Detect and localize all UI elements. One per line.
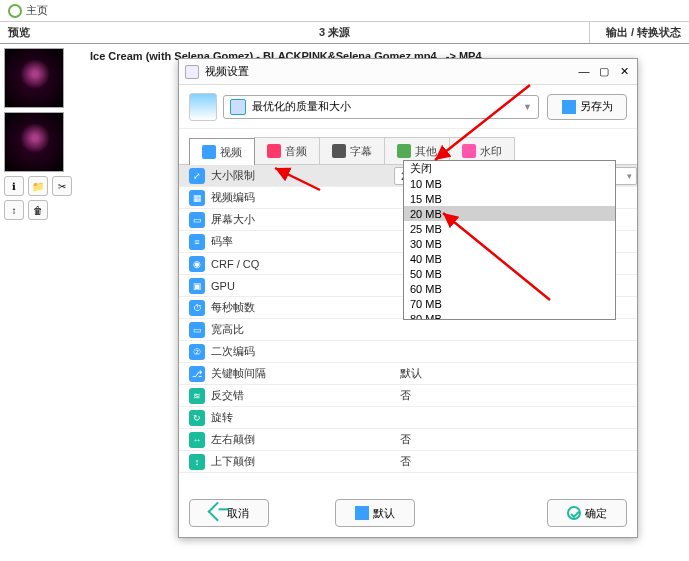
preset-label: 最优化的质量和大小	[252, 99, 351, 114]
device-icon[interactable]	[189, 93, 217, 121]
flip-h-label: 左右颠倒	[211, 432, 255, 447]
save-as-label: 另存为	[580, 99, 613, 114]
bitrate-label: 码率	[211, 234, 233, 249]
size-limit-dropdown[interactable]: 关闭10 MB15 MB20 MB25 MB30 MB40 MB50 MB60 …	[403, 160, 616, 320]
keyframe-icon: ⎇	[189, 366, 205, 382]
dialog-icon	[185, 65, 199, 79]
prop-filter[interactable]: ⛃过滤器关闭	[179, 473, 637, 475]
option-10-MB[interactable]: 10 MB	[404, 176, 615, 191]
thumb-action-0[interactable]: ℹ	[4, 176, 24, 196]
flip-h-value[interactable]: 否	[394, 432, 637, 447]
deinterlace-label: 反交错	[211, 388, 244, 403]
check-icon	[567, 506, 581, 520]
header-output: 输出 / 转换状态	[589, 22, 689, 43]
preset-icon	[230, 99, 246, 115]
thumb-action-3[interactable]: ↕	[4, 200, 24, 220]
tab-subtitle[interactable]: 字幕	[319, 137, 385, 164]
prop-keyframe[interactable]: ⎇关键帧间隔默认	[179, 363, 637, 385]
other-icon	[397, 144, 411, 158]
app-topbar: 主页	[0, 0, 689, 22]
save-as-button[interactable]: 另存为	[547, 94, 627, 120]
option-60-MB[interactable]: 60 MB	[404, 281, 615, 296]
option-50-MB[interactable]: 50 MB	[404, 266, 615, 281]
home-icon	[8, 4, 22, 18]
prop-flip-v[interactable]: ↕上下颠倒否	[179, 451, 637, 473]
deinterlace-value[interactable]: 否	[394, 388, 637, 403]
thumb-action-2[interactable]: ✂	[52, 176, 72, 196]
preset-select[interactable]: 最优化的质量和大小 ▼	[223, 95, 539, 119]
fps-icon: ⏱	[189, 300, 205, 316]
close-button[interactable]: ✕	[617, 65, 631, 78]
rotate-label: 旋转	[211, 410, 233, 425]
thumbnail-2[interactable]	[4, 112, 64, 172]
gpu-icon: ▣	[189, 278, 205, 294]
thumbnail-1[interactable]	[4, 48, 64, 108]
option-30-MB[interactable]: 30 MB	[404, 236, 615, 251]
flip-v-value[interactable]: 否	[394, 454, 637, 469]
size-limit-label: 大小限制	[211, 168, 255, 183]
header-source: 3 来源	[80, 22, 589, 43]
thumbnail-toolbar: ℹ📁✂↕🗑	[4, 176, 76, 220]
maximize-button[interactable]: ▢	[597, 65, 611, 78]
tab-audio[interactable]: 音频	[254, 137, 320, 164]
crf-cq-icon: ◉	[189, 256, 205, 272]
aspect-label: 宽高比	[211, 322, 244, 337]
deinterlace-icon: ≋	[189, 388, 205, 404]
back-icon	[208, 502, 228, 522]
video-icon	[202, 145, 216, 159]
home-label[interactable]: 主页	[26, 3, 48, 18]
printer-icon	[355, 506, 369, 520]
chevron-down-icon: ▼	[523, 102, 532, 112]
option-关闭[interactable]: 关闭	[404, 161, 615, 176]
flip-v-icon: ↕	[189, 454, 205, 470]
prop-rotate[interactable]: ↻旋转	[179, 407, 637, 429]
tab-video[interactable]: 视频	[189, 138, 255, 165]
prop-flip-h[interactable]: ↔左右颠倒否	[179, 429, 637, 451]
option-15-MB[interactable]: 15 MB	[404, 191, 615, 206]
gpu-label: GPU	[211, 280, 235, 292]
dialog-titlebar: 视频设置 — ▢ ✕	[179, 59, 637, 85]
option-40-MB[interactable]: 40 MB	[404, 251, 615, 266]
two-pass-icon: ②	[189, 344, 205, 360]
subtitle-icon	[332, 144, 346, 158]
default-button[interactable]: 默认	[335, 499, 415, 527]
flip-v-label: 上下颠倒	[211, 454, 255, 469]
fps-label: 每秒帧数	[211, 300, 255, 315]
minimize-button[interactable]: —	[577, 65, 591, 78]
video-codec-icon: ▦	[189, 190, 205, 206]
option-20-MB[interactable]: 20 MB	[404, 206, 615, 221]
preview-pane: ℹ📁✂↕🗑	[0, 44, 80, 561]
keyframe-value[interactable]: 默认	[394, 366, 637, 381]
column-headers: 预览 3 来源 输出 / 转换状态	[0, 22, 689, 44]
aspect-icon: ▭	[189, 322, 205, 338]
option-70-MB[interactable]: 70 MB	[404, 296, 615, 311]
dialog-title: 视频设置	[205, 64, 249, 79]
chevron-down-icon: ▾	[627, 171, 632, 181]
flip-h-icon: ↔	[189, 432, 205, 448]
thumb-action-1[interactable]: 📁	[28, 176, 48, 196]
crf-cq-label: CRF / CQ	[211, 258, 259, 270]
prop-aspect[interactable]: ▭宽高比	[179, 319, 637, 341]
watermark-icon	[462, 144, 476, 158]
audio-icon	[267, 144, 281, 158]
header-preview: 预览	[0, 22, 80, 43]
video-codec-label: 视频编码	[211, 190, 255, 205]
size-limit-icon: ⤢	[189, 168, 205, 184]
rotate-icon: ↻	[189, 410, 205, 426]
two-pass-label: 二次编码	[211, 344, 255, 359]
prop-deinterlace[interactable]: ≋反交错否	[179, 385, 637, 407]
cancel-button[interactable]: 取消	[189, 499, 269, 527]
keyframe-label: 关键帧间隔	[211, 366, 266, 381]
bitrate-icon: ≡	[189, 234, 205, 250]
screen-size-label: 屏幕大小	[211, 212, 255, 227]
save-icon	[562, 100, 576, 114]
option-25-MB[interactable]: 25 MB	[404, 221, 615, 236]
ok-button[interactable]: 确定	[547, 499, 627, 527]
prop-two-pass[interactable]: ②二次编码	[179, 341, 637, 363]
thumb-action-4[interactable]: 🗑	[28, 200, 48, 220]
screen-size-icon: ▭	[189, 212, 205, 228]
option-80-MB[interactable]: 80 MB	[404, 311, 615, 320]
